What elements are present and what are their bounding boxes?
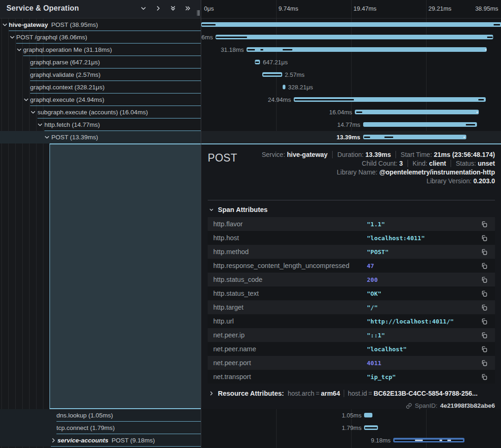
attribute-key: http.host — [213, 234, 367, 242]
span-bar[interactable] — [201, 22, 501, 27]
span-bar[interactable] — [283, 85, 285, 89]
span-tree-row[interactable]: graphql.parse (647.21μs) — [0, 56, 201, 68]
span-tree-row[interactable]: service-accountsPOST (9.18ms) — [0, 434, 201, 447]
attribute-row[interactable]: net.transport"ip_tcp" — [208, 370, 495, 384]
attribute-key: net.transport — [213, 373, 367, 380]
timeline-row[interactable] — [201, 19, 501, 31]
chevron-right-icon[interactable] — [50, 437, 56, 443]
timeline-row[interactable]: 13.39ms — [201, 131, 501, 143]
span-attributes-toggle[interactable]: Span Attributes — [209, 206, 267, 213]
chevron-down-icon[interactable] — [16, 47, 22, 53]
span-bar[interactable] — [216, 35, 493, 39]
resource-attributes-title: Resource Attributes: — [218, 390, 284, 397]
copy-icon[interactable] — [480, 317, 489, 326]
timeline-row[interactable]: 16.04ms — [201, 106, 501, 118]
child-span-marker — [295, 99, 354, 100]
span-label: hive-gatewayPOST (38.95ms) — [9, 19, 98, 31]
span-label: graphql.validate (2.57ms) — [30, 68, 100, 81]
timeline-row[interactable]: 31.18ms — [201, 44, 501, 56]
chevron-down-icon[interactable] — [30, 109, 36, 115]
duration-label: 1.05ms — [342, 409, 362, 422]
copy-icon[interactable] — [480, 345, 489, 354]
panel-resize-handle[interactable] — [196, 10, 200, 17]
span-bar[interactable] — [363, 122, 477, 127]
attribute-row[interactable]: http.flavor"1.1" — [208, 217, 495, 231]
child-span-marker — [263, 74, 281, 75]
meta-item: Start Time: 21ms (23:56:48.174) — [401, 151, 495, 158]
child-span-marker — [466, 124, 475, 125]
timeline-row[interactable]: 1.05ms — [201, 409, 501, 422]
meta-item: Kind: client — [413, 160, 446, 167]
copy-icon[interactable] — [480, 275, 489, 284]
child-span-marker — [365, 427, 377, 429]
timeline-row[interactable]: 1.79ms — [201, 422, 501, 434]
meta-item: Service: hive-gateway — [262, 151, 328, 158]
span-tree-row[interactable]: graphql.execute (24.94ms) — [0, 93, 201, 106]
span-tree-row[interactable]: dns.lookup (1.05ms) — [0, 409, 201, 422]
child-span-marker — [439, 440, 442, 441]
copy-icon[interactable] — [480, 303, 489, 312]
span-bar[interactable] — [363, 135, 466, 139]
chevron-down-icon[interactable] — [44, 134, 50, 140]
child-span-marker — [247, 49, 255, 50]
span-tree-row[interactable]: hive-gatewayPOST (38.95ms) — [0, 19, 201, 31]
attribute-row[interactable]: http.target"/" — [208, 300, 495, 314]
copy-icon[interactable] — [480, 359, 489, 367]
attribute-row[interactable]: http.status_code200 — [208, 273, 495, 286]
chevron-down-icon[interactable] — [9, 34, 15, 40]
chevron-down-icon[interactable] — [37, 122, 43, 128]
span-bar[interactable] — [355, 110, 478, 114]
child-span-marker — [487, 37, 493, 38]
span-tree-row[interactable]: subgraph.execute (accounts) (16.04ms) — [0, 106, 201, 118]
timeline-row[interactable]: 24.94ms — [201, 93, 501, 106]
copy-icon[interactable] — [480, 248, 489, 256]
attribute-row[interactable]: http.response_content_length_uncompresse… — [208, 259, 495, 273]
attribute-row[interactable]: http.method"POST" — [208, 245, 495, 259]
attribute-row[interactable]: net.peer.ip"::1" — [208, 328, 495, 342]
timeline-row[interactable]: 14.77ms — [201, 118, 501, 131]
copy-icon[interactable] — [480, 261, 489, 270]
span-bar[interactable] — [364, 413, 372, 417]
span-tree-row[interactable]: tcp.connect (1.79ms) — [0, 422, 201, 434]
tree-toolbar — [138, 3, 196, 14]
trace-viewer: Service & Operation hive-gatewayPOST (38… — [0, 0, 501, 448]
span-tree-row[interactable]: POST (13.39ms) — [0, 131, 201, 143]
span-tree-row[interactable]: graphql.operation Me (31.18ms) — [0, 44, 201, 56]
timeline-row[interactable]: 36.06ms — [201, 31, 501, 44]
expand-children-icon[interactable] — [153, 3, 164, 14]
meta-separator — [332, 151, 333, 158]
collapse-children-icon[interactable] — [138, 3, 149, 14]
attribute-key: http.url — [213, 317, 367, 325]
child-span-marker — [395, 440, 463, 441]
ruler-tick: 9.74ms — [278, 5, 298, 12]
copy-icon[interactable] — [480, 373, 489, 381]
attribute-row[interactable]: net.peer.port4011 — [208, 356, 495, 370]
attribute-row[interactable]: http.host"localhost:4011" — [208, 231, 495, 245]
timeline-row[interactable]: 9.18ms — [201, 434, 501, 447]
timeline-row[interactable]: 328.21μs — [201, 81, 501, 93]
span-label: graphql.execute (24.94ms) — [30, 93, 105, 106]
span-label: http.fetch (14.77ms) — [44, 118, 100, 131]
expand-all-icon[interactable] — [182, 3, 193, 14]
attribute-row[interactable]: net.peer.name"localhost" — [208, 342, 495, 356]
span-tree-row[interactable]: POST /graphql (36.06ms) — [0, 31, 201, 44]
copy-icon[interactable] — [480, 220, 489, 229]
timeline-row[interactable]: 647.21μs — [201, 56, 501, 68]
attribute-value: "localhost:4011" — [367, 235, 480, 242]
copy-icon[interactable] — [480, 234, 489, 243]
span-tree-row[interactable]: graphql.validate (2.57ms) — [0, 68, 201, 81]
copy-icon[interactable] — [480, 331, 489, 340]
link-icon[interactable] — [406, 403, 412, 409]
span-tree-row[interactable]: http.fetch (14.77ms) — [0, 118, 201, 131]
timeline-row[interactable]: 2.57ms — [201, 68, 501, 81]
chevron-down-icon[interactable] — [2, 22, 8, 28]
chevron-down-icon[interactable] — [23, 97, 29, 103]
span-tree-row[interactable]: graphql.context (328.21μs) — [0, 81, 201, 93]
copy-icon[interactable] — [480, 289, 489, 298]
attribute-row[interactable]: http.url"http://localhost:4011/" — [208, 314, 495, 328]
child-span-marker — [447, 440, 451, 441]
chevron-right-icon — [209, 391, 214, 396]
collapse-all-icon[interactable] — [167, 3, 179, 14]
attribute-row[interactable]: http.status_text"OK" — [208, 286, 495, 300]
resource-attributes-row[interactable]: Resource Attributes:host.arch=arm64host.… — [209, 390, 495, 397]
